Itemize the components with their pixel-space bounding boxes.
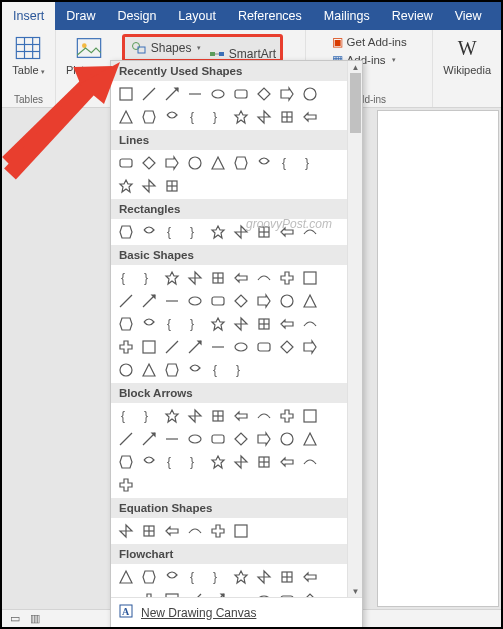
shape-item[interactable]: [253, 83, 275, 105]
shape-item[interactable]: [276, 566, 298, 588]
shape-item[interactable]: [115, 290, 137, 312]
shape-item[interactable]: [299, 313, 321, 335]
shape-item[interactable]: {: [161, 221, 183, 243]
shape-item[interactable]: [207, 451, 229, 473]
scroll-up-icon[interactable]: ▲: [348, 61, 362, 73]
scroll-thumb[interactable]: [350, 73, 361, 133]
shape-item[interactable]: [138, 520, 160, 542]
shape-item[interactable]: [161, 589, 183, 597]
scroll-down-icon[interactable]: ▼: [348, 585, 362, 597]
shape-item[interactable]: [253, 405, 275, 427]
shape-item[interactable]: [115, 359, 137, 381]
shape-item[interactable]: [230, 152, 252, 174]
shape-item[interactable]: [161, 175, 183, 197]
shape-item[interactable]: [253, 428, 275, 450]
shape-item[interactable]: [161, 106, 183, 128]
get-addins-button[interactable]: ▣ Get Add-ins: [328, 34, 411, 50]
tab-review[interactable]: Review: [381, 2, 444, 30]
shape-item[interactable]: [276, 267, 298, 289]
shape-item[interactable]: [184, 152, 206, 174]
shape-item[interactable]: {: [184, 566, 206, 588]
shape-item[interactable]: [115, 336, 137, 358]
shape-item[interactable]: [276, 428, 298, 450]
tab-view[interactable]: View: [444, 2, 493, 30]
shape-item[interactable]: [115, 589, 137, 597]
shape-item[interactable]: [207, 267, 229, 289]
new-drawing-canvas[interactable]: A New Drawing Canvas: [111, 597, 362, 627]
shape-item[interactable]: [276, 83, 298, 105]
shape-item[interactable]: {: [207, 359, 229, 381]
shape-item[interactable]: [115, 313, 137, 335]
shape-item[interactable]: [138, 451, 160, 473]
shape-item[interactable]: [207, 405, 229, 427]
shape-item[interactable]: }: [230, 359, 252, 381]
shape-item[interactable]: [276, 106, 298, 128]
shape-item[interactable]: [161, 336, 183, 358]
document-area[interactable]: [377, 110, 499, 607]
shape-item[interactable]: [207, 313, 229, 335]
shape-item[interactable]: [138, 221, 160, 243]
shape-item[interactable]: [115, 566, 137, 588]
shape-item[interactable]: [138, 428, 160, 450]
shape-item[interactable]: [253, 451, 275, 473]
shape-item[interactable]: [253, 336, 275, 358]
shape-item[interactable]: [253, 221, 275, 243]
shape-item[interactable]: [299, 290, 321, 312]
shape-item[interactable]: [161, 405, 183, 427]
shape-item[interactable]: [161, 83, 183, 105]
table-button[interactable]: Table▾: [6, 32, 50, 78]
shape-item[interactable]: [161, 290, 183, 312]
shape-item[interactable]: }: [207, 106, 229, 128]
shape-item[interactable]: [115, 152, 137, 174]
shape-item[interactable]: }: [184, 221, 206, 243]
shape-item[interactable]: [161, 428, 183, 450]
shape-item[interactable]: [299, 83, 321, 105]
shape-item[interactable]: [299, 106, 321, 128]
shape-item[interactable]: [299, 566, 321, 588]
shape-item[interactable]: }: [299, 152, 321, 174]
shape-item[interactable]: [276, 221, 298, 243]
shape-item[interactable]: [184, 359, 206, 381]
shape-item[interactable]: [253, 589, 275, 597]
shape-item[interactable]: [276, 336, 298, 358]
shape-item[interactable]: [276, 405, 298, 427]
shape-item[interactable]: {: [184, 106, 206, 128]
shape-item[interactable]: [230, 451, 252, 473]
tab-layout[interactable]: Layout: [167, 2, 227, 30]
shape-item[interactable]: }: [207, 566, 229, 588]
wikipedia-button[interactable]: W Wikipedia: [437, 32, 497, 78]
shape-item[interactable]: [184, 83, 206, 105]
shape-item[interactable]: [230, 589, 252, 597]
shape-item[interactable]: [299, 336, 321, 358]
shape-item[interactable]: [115, 175, 137, 197]
shape-item[interactable]: [253, 313, 275, 335]
shape-item[interactable]: [138, 106, 160, 128]
shape-item[interactable]: [207, 589, 229, 597]
shape-item[interactable]: [115, 221, 137, 243]
shape-item[interactable]: {: [115, 267, 137, 289]
tab-references[interactable]: References: [227, 2, 313, 30]
shape-item[interactable]: }: [184, 313, 206, 335]
shape-item[interactable]: [230, 290, 252, 312]
shape-item[interactable]: [276, 589, 298, 597]
shape-item[interactable]: [115, 520, 137, 542]
shape-item[interactable]: [115, 474, 137, 496]
shape-item[interactable]: [184, 520, 206, 542]
shape-item[interactable]: [253, 566, 275, 588]
tab-draw[interactable]: Draw: [55, 2, 106, 30]
shape-item[interactable]: [299, 221, 321, 243]
shape-item[interactable]: [207, 221, 229, 243]
shape-item[interactable]: [207, 152, 229, 174]
shape-item[interactable]: [230, 520, 252, 542]
shape-item[interactable]: {: [161, 451, 183, 473]
shape-item[interactable]: [230, 267, 252, 289]
shape-item[interactable]: [138, 359, 160, 381]
shape-item[interactable]: [207, 520, 229, 542]
shape-item[interactable]: [184, 405, 206, 427]
shape-item[interactable]: }: [138, 267, 160, 289]
shape-item[interactable]: [253, 290, 275, 312]
shape-item[interactable]: [115, 83, 137, 105]
shape-item[interactable]: {: [161, 313, 183, 335]
shape-item[interactable]: [276, 451, 298, 473]
shape-item[interactable]: [138, 175, 160, 197]
